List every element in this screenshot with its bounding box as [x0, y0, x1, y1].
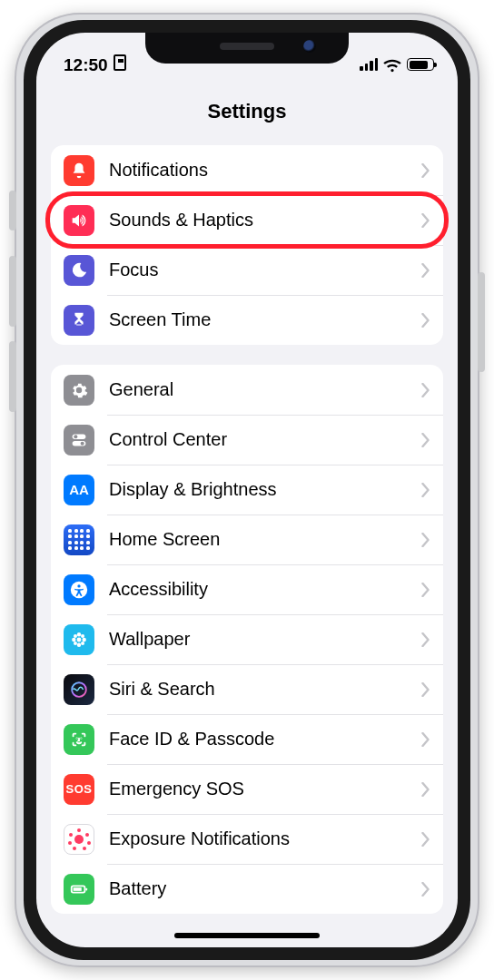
settings-row-label: Accessibility	[109, 579, 421, 600]
settings-row-display-brightness[interactable]: AADisplay & Brightness	[51, 465, 443, 514]
settings-row-battery[interactable]: Battery	[51, 864, 443, 914]
chevron-right-icon	[421, 782, 430, 797]
settings-row-notifications[interactable]: Notifications	[51, 145, 443, 195]
settings-row-emergency-sos[interactable]: SOSEmergency SOS	[51, 764, 443, 814]
flower-icon	[64, 624, 94, 655]
covid-icon	[64, 824, 94, 855]
chevron-right-icon	[421, 263, 430, 278]
battery-icon	[64, 874, 94, 905]
svg-point-10	[82, 637, 85, 641]
volume-down-button	[9, 341, 16, 412]
settings-row-label: Focus	[109, 260, 421, 280]
chevron-right-icon	[421, 732, 430, 747]
svg-point-5	[77, 584, 80, 587]
svg-point-13	[74, 642, 77, 645]
settings-row-label: Battery	[109, 878, 421, 899]
settings-row-label: Siri & Search	[109, 679, 421, 700]
settings-row-label: Face ID & Passcode	[109, 729, 421, 750]
settings-group: NotificationsSounds & HapticsFocusScreen…	[51, 145, 443, 345]
wifi-icon	[383, 58, 401, 71]
chevron-right-icon	[421, 483, 430, 497]
settings-row-focus[interactable]: Focus	[51, 245, 443, 295]
siri-icon	[64, 674, 94, 705]
sim-icon	[114, 54, 126, 71]
chevron-right-icon	[421, 433, 430, 447]
settings-row-wallpaper[interactable]: Wallpaper	[51, 614, 443, 664]
chevron-right-icon	[421, 832, 430, 847]
hourglass-icon	[64, 305, 94, 336]
settings-row-label: Emergency SOS	[109, 779, 421, 799]
settings-row-siri-search[interactable]: Siri & Search	[51, 664, 443, 714]
power-button	[478, 272, 485, 372]
svg-point-3	[81, 441, 84, 445]
svg-point-1	[74, 435, 77, 438]
speaker-icon	[64, 205, 94, 236]
home-indicator[interactable]	[174, 933, 320, 938]
battery-status-icon	[407, 58, 434, 71]
settings-row-general[interactable]: General	[51, 365, 443, 415]
home-grid-icon	[64, 524, 94, 555]
bell-icon	[64, 155, 94, 186]
svg-point-15	[72, 682, 86, 697]
chevron-right-icon	[421, 163, 430, 178]
chevron-right-icon	[421, 682, 430, 697]
settings-row-exposure-notifications[interactable]: Exposure Notifications	[51, 814, 443, 864]
svg-point-12	[81, 633, 84, 637]
settings-row-label: General	[109, 379, 421, 400]
settings-row-label: Sounds & Haptics	[109, 210, 421, 230]
chevron-right-icon	[421, 533, 430, 547]
chevron-right-icon	[421, 313, 430, 328]
sos-icon: SOS	[64, 774, 94, 805]
settings-row-label: Notifications	[109, 160, 421, 181]
moon-icon	[64, 255, 94, 286]
settings-row-label: Display & Brightness	[109, 479, 421, 500]
svg-point-7	[77, 632, 81, 636]
chevron-right-icon	[421, 213, 430, 228]
device-screen: 12:50 Settings NotificationsSounds & Hap…	[36, 33, 458, 947]
svg-rect-19	[74, 887, 82, 891]
faceid-icon	[64, 724, 94, 755]
settings-row-label: Wallpaper	[109, 629, 421, 650]
volume-up-button	[9, 256, 16, 327]
device-notch	[145, 33, 349, 64]
cellular-signal-icon	[360, 58, 378, 71]
settings-row-face-id-passcode[interactable]: Face ID & Passcode	[51, 714, 443, 764]
toggles-icon	[64, 425, 94, 456]
settings-row-accessibility[interactable]: Accessibility	[51, 564, 443, 614]
settings-row-screen-time[interactable]: Screen Time	[51, 295, 443, 345]
svg-point-9	[72, 637, 75, 641]
svg-point-6	[77, 637, 82, 642]
settings-row-label: Screen Time	[109, 309, 421, 330]
settings-row-control-center[interactable]: Control Center	[51, 415, 443, 465]
settings-row-label: Home Screen	[109, 529, 421, 550]
status-time: 12:50	[64, 55, 108, 75]
aa-icon: AA	[64, 475, 94, 505]
settings-row-sounds-haptics[interactable]: Sounds & Haptics	[51, 195, 443, 245]
accessibility-icon	[64, 574, 94, 605]
settings-row-label: Exposure Notifications	[109, 828, 421, 849]
chevron-right-icon	[421, 882, 430, 897]
mute-switch	[9, 191, 16, 230]
settings-group: GeneralControl CenterAADisplay & Brightn…	[51, 365, 443, 914]
chevron-right-icon	[421, 583, 430, 597]
page-title: Settings	[208, 100, 287, 123]
settings-row-home-screen[interactable]: Home Screen	[51, 514, 443, 564]
settings-content[interactable]: NotificationsSounds & HapticsFocusScreen…	[36, 140, 458, 947]
chevron-right-icon	[421, 383, 430, 397]
svg-rect-20	[85, 887, 87, 890]
gear-icon	[64, 375, 94, 406]
svg-point-11	[74, 633, 77, 637]
svg-point-14	[81, 642, 84, 645]
settings-row-label: Control Center	[109, 429, 421, 450]
chevron-right-icon	[421, 632, 430, 647]
nav-bar: Settings	[36, 83, 458, 140]
svg-point-8	[77, 642, 81, 646]
